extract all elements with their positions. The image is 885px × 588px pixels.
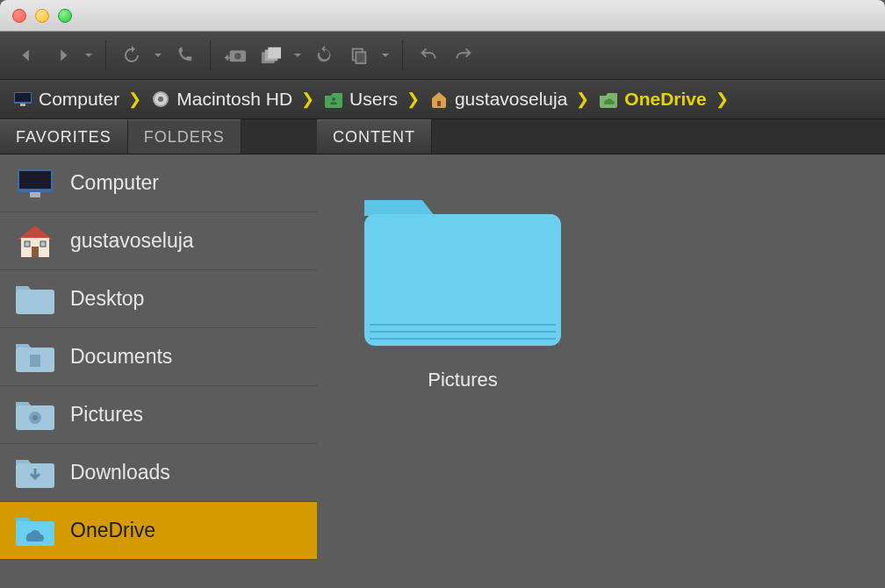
sidebar-item-desktop[interactable]: Desktop [0,270,317,328]
breadcrumb-separator-icon: ❯ [128,90,141,109]
undo-button[interactable] [414,40,443,70]
redo-icon [454,46,473,65]
breadcrumb-users[interactable]: Users [323,89,398,110]
sidebar-item-label: Pictures [70,403,143,427]
chevron-down-icon [380,50,391,61]
maximize-button[interactable] [58,9,72,23]
phone-icon [175,46,194,65]
svg-rect-6 [356,52,365,63]
breadcrumb-computer[interactable]: Computer [12,89,119,110]
sidebar-list: Computer gustavoseluja Desktop [0,154,317,588]
sidebar: FAVORITES FOLDERS Computer gu [0,119,317,588]
sidebar-item-label: Desktop [70,287,144,311]
toolbar [0,32,885,80]
copy-dropdown[interactable] [379,50,392,61]
arrow-right-icon [53,46,72,65]
folder-label: Pictures [428,369,497,391]
tab-content[interactable]: CONTENT [317,119,432,154]
folder-icon [352,181,573,356]
home-icon [428,90,450,108]
sidebar-item-computer[interactable]: Computer [0,154,317,212]
recent-button[interactable] [117,40,147,70]
sidebar-item-label: Downloads [70,461,170,484]
downloads-folder-icon [12,453,58,493]
recent-dropdown[interactable] [152,50,164,61]
sidebar-item-documents[interactable]: Documents [0,328,317,386]
breadcrumb-user-home[interactable]: gustavoseluja [428,89,567,110]
stacks-button[interactable] [256,40,286,70]
sidebar-item-label: OneDrive [70,519,155,542]
import-button[interactable] [221,40,251,70]
clock-back-icon [121,45,142,66]
toolbar-separator [210,40,211,70]
toolbar-separator [402,40,403,70]
breadcrumb-label: gustavoseluja [455,89,567,110]
documents-folder-icon [12,337,58,377]
svg-rect-19 [32,247,39,257]
toolbar-separator [105,40,106,70]
chevron-down-icon [153,50,163,61]
sidebar-item-label: gustavoseluja [70,229,194,253]
folder-item-pictures[interactable]: Pictures [352,181,573,391]
tab-favorites[interactable]: FAVORITES [0,119,128,154]
sidebar-item-user-home[interactable]: gustavoseluja [0,212,317,270]
redo-button[interactable] [449,40,478,70]
sidebar-item-downloads[interactable]: Downloads [0,444,317,502]
refresh-button[interactable] [309,40,339,70]
stack-icon [260,46,283,65]
undo-icon [419,46,438,65]
sidebar-item-onedrive[interactable]: OneDrive [0,502,317,560]
history-dropdown[interactable] [83,50,95,61]
breadcrumb-separator-icon: ❯ [407,90,420,109]
breadcrumb-separator-icon: ❯ [301,90,314,109]
breadcrumb-macintosh-hd[interactable]: Macintosh HD [150,89,292,110]
chevron-down-icon [83,50,94,61]
tab-folders[interactable]: FOLDERS [128,119,241,154]
computer-icon [12,90,33,108]
svg-rect-20 [25,241,30,247]
window-body: FAVORITES FOLDERS Computer gu [0,119,885,588]
pictures-folder-icon [12,395,58,435]
sidebar-item-label: Computer [70,171,159,195]
phone-button[interactable] [169,40,199,70]
forward-button[interactable] [47,40,77,70]
copy-button[interactable] [344,40,374,70]
breadcrumb-label: Users [349,89,398,110]
svg-point-27 [32,415,38,420]
close-button[interactable] [12,9,26,23]
svg-rect-16 [19,171,51,189]
computer-icon [12,163,58,204]
svg-rect-30 [364,214,561,346]
breadcrumb-label: Macintosh HD [176,89,292,110]
svg-point-13 [332,97,335,101]
users-folder-icon [323,90,344,108]
svg-rect-21 [40,241,46,247]
back-button[interactable] [12,40,42,70]
breadcrumb-onedrive[interactable]: OneDrive [598,89,706,110]
breadcrumb-label: OneDrive [624,89,706,110]
arrow-left-icon [18,46,37,65]
content-tabs: CONTENT [317,119,885,154]
breadcrumb-label: Computer [39,89,119,110]
svg-point-12 [158,97,163,102]
svg-rect-4 [268,47,281,59]
svg-rect-17 [30,192,40,197]
refresh-icon [314,46,334,65]
titlebar [0,0,885,32]
sidebar-item-pictures[interactable]: Pictures [0,386,317,444]
copy-icon [349,46,369,65]
chevron-down-icon [292,50,303,61]
minimize-button[interactable] [35,9,49,23]
stacks-dropdown[interactable] [291,50,304,61]
tab-label: FAVORITES [16,128,112,147]
svg-rect-22 [16,290,54,314]
content-pane: CONTENT Pictures [317,119,885,588]
svg-point-1 [234,53,241,59]
onedrive-folder-icon [598,90,619,108]
content-area[interactable]: Pictures [317,154,885,588]
svg-rect-9 [20,104,25,106]
tab-label: CONTENT [333,128,415,147]
file-browser-window: Computer ❯ Macintosh HD ❯ Users ❯ gustav… [0,0,885,588]
breadcrumb-bar: Computer ❯ Macintosh HD ❯ Users ❯ gustav… [0,80,885,119]
tab-label: FOLDERS [144,128,225,147]
